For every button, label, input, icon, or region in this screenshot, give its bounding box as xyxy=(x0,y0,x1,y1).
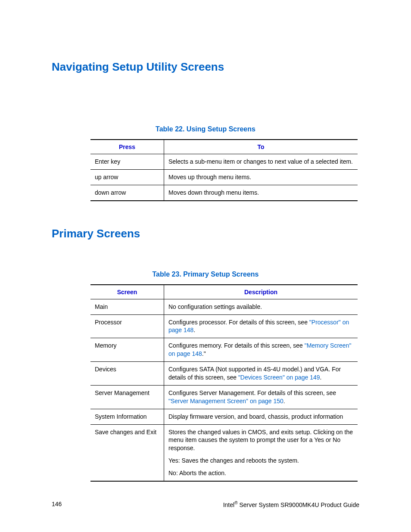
table23-header-screen: Screen xyxy=(90,285,164,299)
cell: Moves up through menu items. xyxy=(164,169,358,185)
table-row: Memory Configures memory. For details of… xyxy=(90,338,358,362)
cell: Server Management xyxy=(90,385,164,409)
table-row: Devices Configures SATA (Not supported i… xyxy=(90,362,358,386)
cell: Processor xyxy=(90,314,164,338)
page-number: 146 xyxy=(52,501,62,508)
text: Yes: Saves the changes and reboots the s… xyxy=(168,457,353,465)
link-devices[interactable]: "Devices Screen" on page 149 xyxy=(238,374,320,381)
cell: Configures SATA (Not supported in 4S-4U … xyxy=(164,362,358,386)
cell: Configures Server Management. For detail… xyxy=(164,385,358,409)
table-row: down arrow Moves down through menu items… xyxy=(90,185,358,200)
table23-header-description: Description xyxy=(164,285,358,299)
heading-navigating: Navigating Setup Utility Screens xyxy=(52,60,359,74)
footer-product: Intel® Server System SR9000MK4U Product … xyxy=(223,501,359,508)
cell: Configures memory. For details of this s… xyxy=(164,338,358,362)
table-row: System Information Display firmware vers… xyxy=(90,409,358,424)
brand: Intel xyxy=(223,501,234,508)
product-name: Server System SR9000MK4U Product Guide xyxy=(238,501,359,508)
cell: Main xyxy=(90,299,164,314)
text: Stores the changed values in CMOS, and e… xyxy=(168,428,353,453)
cell: System Information xyxy=(90,409,164,424)
cell: up arrow xyxy=(90,169,164,185)
text: . xyxy=(320,374,322,381)
text: ." xyxy=(202,350,206,357)
cell: Enter key xyxy=(90,154,164,170)
text: Configures memory. For details of this s… xyxy=(168,342,305,349)
cell: down arrow xyxy=(90,185,164,200)
table22: Press To Enter key Selects a sub-menu it… xyxy=(90,139,358,201)
text: Configures Server Management. For detail… xyxy=(168,389,336,396)
cell: No configuration settings available. xyxy=(164,299,358,314)
table-row: Save changes and Exit Stores the changed… xyxy=(90,424,358,481)
table23: Screen Description Main No configuration… xyxy=(90,284,358,482)
text: . xyxy=(193,327,195,333)
link-server-management[interactable]: "Server Management Screen" on page 150 xyxy=(168,398,283,404)
table22-header-to: To xyxy=(164,140,358,154)
cell: Selects a sub-menu item or changes to ne… xyxy=(164,154,358,170)
table-row: Main No configuration settings available… xyxy=(90,299,358,314)
table-row: up arrow Moves up through menu items. xyxy=(90,169,358,185)
text: . xyxy=(283,398,285,404)
table-row: Server Management Configures Server Mana… xyxy=(90,385,358,409)
cell: Memory xyxy=(90,338,164,362)
cell: Display firmware version, and board, cha… xyxy=(164,409,358,424)
cell: Save changes and Exit xyxy=(90,424,164,481)
table-row: Enter key Selects a sub-menu item or cha… xyxy=(90,154,358,170)
page: Navigating Setup Utility Screens Table 2… xyxy=(0,0,411,532)
text: Configures processor. For details of thi… xyxy=(168,319,309,326)
text: No: Aborts the action. xyxy=(168,469,353,477)
cell: Moves down through menu items. xyxy=(164,185,358,200)
table23-caption: Table 23. Primary Setup Screens xyxy=(52,271,359,278)
page-footer: 146 Intel® Server System SR9000MK4U Prod… xyxy=(52,501,359,508)
table-row: Processor Configures processor. For deta… xyxy=(90,314,358,338)
cell: Configures processor. For details of thi… xyxy=(164,314,358,338)
table22-header-press: Press xyxy=(90,140,164,154)
registered-mark: ® xyxy=(234,501,237,505)
cell: Stores the changed values in CMOS, and e… xyxy=(164,424,358,481)
heading-primary: Primary Screens xyxy=(52,227,359,240)
table22-caption: Table 22. Using Setup Screens xyxy=(52,125,359,133)
cell: Devices xyxy=(90,362,164,386)
